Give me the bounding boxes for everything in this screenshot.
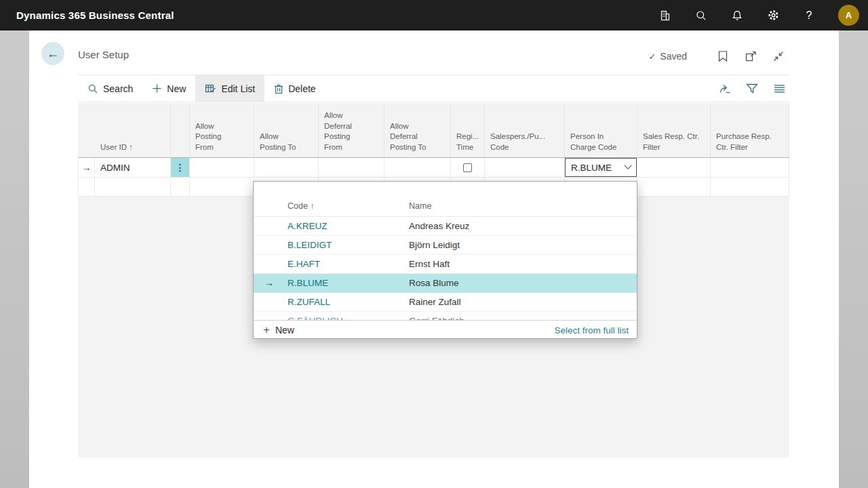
- filter-icon[interactable]: [743, 80, 761, 98]
- share-icon[interactable]: [716, 80, 734, 98]
- search-label: Search: [103, 83, 133, 94]
- item-code[interactable]: A.KREUZ: [288, 221, 328, 231]
- column-header-allow-posting-to[interactable]: Allow Posting To: [254, 103, 319, 157]
- check-icon: ✓: [648, 52, 656, 62]
- dropdown-new-button[interactable]: + New: [263, 323, 294, 337]
- command-bar: Search New Edit List: [78, 75, 789, 102]
- settings-gear-icon[interactable]: [766, 9, 780, 22]
- selected-row-arrow-icon: →: [264, 277, 274, 288]
- search-list-button[interactable]: Search: [78, 75, 142, 102]
- person-in-charge-code-cell: R.BLUME: [565, 158, 637, 178]
- item-name: Gerri Fährlich: [409, 316, 465, 320]
- grid-header-row: User ID ↑ Allow Posting From Allow Posti…: [78, 103, 789, 158]
- dropdown-code-column-header[interactable]: Code ↑: [288, 201, 315, 211]
- column-header-purchase-resp-ctr-filter[interactable]: Purchase Resp. Ctr. Filter: [711, 103, 789, 157]
- list-view-actions: [716, 75, 789, 102]
- plus-icon: +: [263, 323, 270, 337]
- column-header-salesperson-code[interactable]: Salespers./Pu... Code: [485, 103, 565, 157]
- new-button[interactable]: New: [142, 75, 195, 102]
- item-name: Rainer Zufall: [409, 297, 461, 307]
- item-name: Björn Leidigt: [409, 240, 460, 250]
- dropdown-item-rzufall[interactable]: R.ZUFALL Rainer Zufall: [254, 293, 637, 312]
- select-from-full-list-link[interactable]: Select from full list: [554, 325, 629, 336]
- allow-posting-from-cell[interactable]: [190, 158, 254, 178]
- bookmark-icon[interactable]: [716, 49, 730, 63]
- delete-label: Delete: [288, 83, 315, 94]
- saved-label: Saved: [660, 51, 687, 62]
- column-header-allow-deferral-posting-to[interactable]: Allow Deferral Posting To: [384, 103, 451, 157]
- row-more-options-button[interactable]: ⋮: [171, 158, 190, 178]
- purchase-resp-ctr-filter-cell[interactable]: [711, 178, 789, 197]
- notifications-bell-icon[interactable]: [730, 9, 744, 22]
- row-selector-cell: →: [78, 158, 95, 178]
- allow-posting-from-cell[interactable]: [190, 178, 254, 197]
- topbar-actions: ? A: [658, 5, 859, 26]
- allow-deferral-posting-from-cell[interactable]: [319, 158, 384, 178]
- column-header-sales-resp-ctr-filter[interactable]: Sales Resp. Ctr. Filter: [637, 103, 711, 157]
- screen: Dynamics 365 Business Central: [0, 0, 868, 488]
- collapse-page-icon[interactable]: [772, 49, 785, 63]
- edit-list-label: Edit List: [221, 83, 255, 94]
- allow-posting-to-cell[interactable]: [254, 158, 319, 178]
- dropdown-item-ehaft[interactable]: E.HAFT Ernst Haft: [254, 255, 637, 274]
- register-time-cell: [451, 158, 485, 178]
- person-in-charge-lookup-dropdown: Code ↑ Name A.KREUZ Andreas Kreuz B.LEID…: [253, 181, 637, 339]
- search-icon[interactable]: [694, 9, 708, 22]
- top-navigation-bar: Dynamics 365 Business Central: [0, 0, 868, 30]
- edit-list-button[interactable]: Edit List: [195, 75, 264, 102]
- item-code[interactable]: G.FÄHRLICH: [288, 316, 343, 320]
- column-header-allow-deferral-posting-from[interactable]: Allow Deferral Posting From: [319, 103, 384, 157]
- item-code[interactable]: B.LEIDIGT: [288, 240, 332, 250]
- user-id-cell[interactable]: ADMIN: [95, 158, 171, 178]
- app-title[interactable]: Dynamics 365 Business Central: [16, 9, 174, 21]
- page-actions: ✓ Saved: [648, 49, 785, 63]
- delete-button[interactable]: Delete: [264, 75, 325, 102]
- item-name: Rosa Blume: [409, 278, 459, 288]
- dropdown-footer: + New Select from full list: [254, 320, 637, 340]
- register-time-checkbox[interactable]: [463, 163, 472, 172]
- list-options-icon[interactable]: [770, 80, 788, 98]
- dropdown-item-akreuz[interactable]: A.KREUZ Andreas Kreuz: [254, 217, 637, 236]
- save-status: ✓ Saved: [648, 51, 687, 62]
- new-label: New: [275, 325, 294, 336]
- dropdown-header: Code ↑ Name: [254, 182, 637, 217]
- item-code[interactable]: R.BLUME: [288, 278, 328, 288]
- row-more-options-cell: [171, 178, 190, 197]
- column-header-user-id[interactable]: User ID ↑: [95, 103, 171, 157]
- item-code[interactable]: E.HAFT: [288, 259, 320, 269]
- column-header-ellipsis: [171, 103, 190, 157]
- salesperson-code-cell[interactable]: [485, 158, 565, 178]
- new-label: New: [167, 83, 186, 94]
- chevron-down-icon[interactable]: [624, 162, 631, 169]
- user-avatar[interactable]: A: [838, 5, 859, 26]
- user-setup-page: ← User Setup ✓ Saved: [29, 30, 839, 488]
- column-header-register-time[interactable]: Regi... Time: [451, 103, 485, 157]
- item-name: Andreas Kreuz: [409, 221, 469, 231]
- table-row-admin: → ADMIN ⋮ R.BLUME: [78, 158, 789, 178]
- current-row-arrow-icon: →: [82, 162, 92, 173]
- person-in-charge-value: R.BLUME: [571, 163, 612, 173]
- dropdown-name-column-header[interactable]: Name: [409, 201, 431, 211]
- purchase-resp-ctr-filter-cell[interactable]: [711, 158, 789, 178]
- help-icon[interactable]: ?: [802, 9, 816, 22]
- page-title: User Setup: [78, 49, 129, 60]
- column-header-selector: [78, 103, 95, 157]
- column-header-allow-posting-from[interactable]: Allow Posting From: [190, 103, 254, 157]
- dropdown-item-bleidigt[interactable]: B.LEIDIGT Björn Leidigt: [254, 236, 637, 255]
- allow-deferral-posting-to-cell[interactable]: [384, 158, 451, 178]
- person-in-charge-combobox[interactable]: R.BLUME: [565, 158, 637, 177]
- sales-resp-ctr-filter-cell[interactable]: [637, 158, 711, 178]
- back-button[interactable]: ←: [41, 42, 64, 65]
- column-header-person-in-charge-code[interactable]: Person In Charge Code: [565, 103, 637, 157]
- item-code[interactable]: R.ZUFALL: [288, 297, 330, 307]
- row-selector-cell: [78, 178, 95, 197]
- user-id-cell[interactable]: [95, 178, 171, 197]
- company-icon[interactable]: [658, 9, 672, 22]
- dropdown-item-clipped[interactable]: G.FÄHRLICH Gerri Fährlich: [254, 312, 637, 320]
- dropdown-item-rblume-selected[interactable]: → R.BLUME Rosa Blume: [254, 274, 637, 293]
- open-in-new-window-icon[interactable]: [744, 49, 757, 63]
- item-name: Ernst Haft: [409, 259, 450, 269]
- sales-resp-ctr-filter-cell[interactable]: [637, 178, 711, 197]
